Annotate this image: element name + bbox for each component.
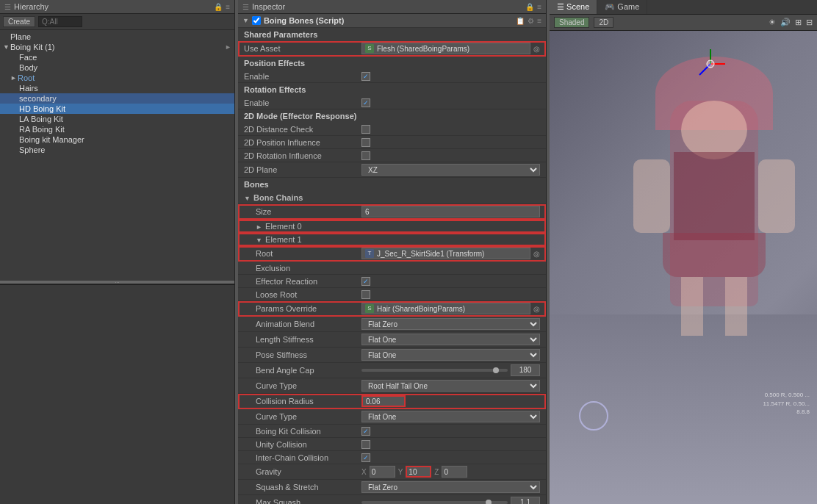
use-asset-label: Use Asset xyxy=(244,44,361,53)
bone-chains-arrow[interactable] xyxy=(244,195,251,202)
effector-reaction-checkbox[interactable] xyxy=(361,277,370,286)
curve-type-1-select[interactable]: Root Half Tail One xyxy=(361,380,540,392)
plane-label: 2D Plane xyxy=(244,165,361,174)
tree-item-face[interactable]: Face xyxy=(0,52,234,62)
curve-type-2-label: Curve Type xyxy=(244,412,361,421)
toolbar-icon-grid1[interactable]: ⊞ xyxy=(795,18,802,27)
distance-check-checkbox[interactable] xyxy=(361,125,370,134)
loose-root-value xyxy=(361,290,540,299)
length-stiffness-select[interactable]: Flat One xyxy=(361,334,540,345)
inspector-panel: ☰ Inspector 🔒 ≡ ▼ Boing Bones (Script) 📋… xyxy=(238,0,547,504)
max-squash-thumb[interactable] xyxy=(486,500,492,504)
tab-game[interactable]: 🎮 Game xyxy=(597,0,647,14)
element1-arrow[interactable]: ▼ xyxy=(256,237,263,244)
tree-item-boing-manager[interactable]: Boing kit Manager xyxy=(0,134,234,145)
rotation-enable-checkbox[interactable] xyxy=(361,98,370,107)
plane-select[interactable]: XZ xyxy=(361,164,540,176)
tree-item-hairs[interactable]: Hairs xyxy=(0,83,234,93)
tree-item-ra-boing[interactable]: RA Boing Kit xyxy=(0,124,234,134)
toolbar-icon-sun[interactable]: ☀ xyxy=(769,18,776,27)
size-row: Size xyxy=(238,204,546,220)
rotation-influence-checkbox[interactable] xyxy=(361,151,370,160)
hierarchy-search[interactable] xyxy=(38,16,82,27)
component-enable-checkbox[interactable] xyxy=(252,16,261,25)
toolbar-icon-speaker[interactable]: 🔊 xyxy=(780,18,791,27)
position-influence-checkbox[interactable] xyxy=(361,138,370,147)
shaded-btn[interactable]: Shaded xyxy=(554,17,589,28)
rotation-enable-label: Enable xyxy=(244,98,361,107)
params-override-pick-btn[interactable]: ◎ xyxy=(533,305,540,313)
tree-item-la-boing[interactable]: LA Boing Kit xyxy=(0,114,234,124)
params-override-row: Params Override S Hair (SharedBoingParam… xyxy=(238,301,546,317)
tree-item-plane[interactable]: Plane xyxy=(0,32,234,42)
animation-blend-select[interactable]: Flat Zero xyxy=(361,318,540,330)
pose-stiffness-label: Pose Stiffness xyxy=(244,350,361,359)
curve-type-2-select[interactable]: Flat One xyxy=(361,411,540,422)
sphere-wireframe xyxy=(579,401,608,431)
hierarchy-bottom xyxy=(0,284,234,504)
tree-item-sphere[interactable]: Sphere xyxy=(0,145,234,155)
params-override-field[interactable]: S Hair (SharedBoingParams) xyxy=(361,303,530,314)
tree-item-body[interactable]: Body xyxy=(0,62,234,73)
inter-chain-checkbox[interactable] xyxy=(361,453,370,462)
tree-item-secondary[interactable]: secondary xyxy=(0,93,234,104)
use-asset-field[interactable]: S Flesh (SharedBoingParams) xyxy=(361,43,530,54)
toolbar-icon-grid2[interactable]: ⊟ xyxy=(806,18,813,27)
secondary-label: secondary xyxy=(19,94,57,103)
unity-collision-checkbox[interactable] xyxy=(361,440,370,449)
hierarchy-panel: ☰ Hierarchy 🔒 ≡ Create Plane Boing Kit (… xyxy=(0,0,235,504)
root-pick-btn[interactable]: ◎ xyxy=(533,250,540,258)
gravity-x-label: X xyxy=(361,468,367,476)
unity-collision-value xyxy=(361,440,540,449)
root-field[interactable]: T J_Sec_R_SkirtSide1 (Transform) xyxy=(361,248,530,259)
gravity-xyz: X Y Z xyxy=(361,466,540,478)
animation-blend-label: Animation Blend xyxy=(244,320,361,328)
mode-2d-btn[interactable]: 2D xyxy=(594,17,613,28)
params-override-label: Params Override xyxy=(244,304,361,313)
gravity-z-input[interactable] xyxy=(442,466,467,478)
position-influence-value xyxy=(361,138,540,147)
plane-label: Plane xyxy=(10,32,31,41)
sphere-label: Sphere xyxy=(19,145,45,154)
bend-angle-label: Bend Angle Cap xyxy=(244,366,361,375)
collision-radius-input[interactable] xyxy=(361,395,406,407)
tree-item-boingkit[interactable]: Boing Kit (1) ► xyxy=(0,42,234,52)
boingkit-label: Boing Kit (1) xyxy=(10,43,55,51)
squash-stretch-row: Squash & Stretch Flat Zero xyxy=(238,480,546,495)
gravity-y-input[interactable] xyxy=(406,466,431,478)
position-enable-checkbox[interactable] xyxy=(361,72,370,81)
scene-panel: ☰ Scene 🎮 Game Shaded 2D ☀ 🔊 ⊞ ⊟ xyxy=(550,0,817,504)
hierarchy-menu-icon: ≡ xyxy=(226,3,230,11)
gravity-z-label: Z xyxy=(434,468,439,476)
use-asset-pick-btn[interactable]: ◎ xyxy=(533,45,540,53)
squash-stretch-select[interactable]: Flat Zero xyxy=(361,481,540,493)
pose-stiffness-select[interactable]: Flat One xyxy=(361,349,540,361)
create-button[interactable]: Create xyxy=(3,16,35,27)
length-stiffness-value: Flat One xyxy=(361,334,540,345)
gravity-row: Gravity X Y Z xyxy=(238,464,546,480)
exclusion-label: Exclusion xyxy=(244,264,361,273)
tree-item-hd-boing[interactable]: HD Boing Kit xyxy=(0,104,234,114)
bend-angle-thumb[interactable] xyxy=(493,367,499,373)
plane-value: XZ xyxy=(361,164,540,176)
tab-scene[interactable]: ☰ Scene xyxy=(550,0,597,14)
hd-boing-label: HD Boing Kit xyxy=(19,104,65,113)
size-input[interactable] xyxy=(361,206,540,217)
max-squash-track[interactable] xyxy=(361,501,508,504)
exclusion-row: Exclusion xyxy=(238,262,546,275)
gravity-x-input[interactable] xyxy=(370,466,395,478)
scene-tab-icon: ☰ xyxy=(557,2,566,11)
collision-radius-value xyxy=(361,395,540,407)
element1-label: ▼ Element 1 xyxy=(244,235,361,244)
boing-kit-collision-checkbox[interactable] xyxy=(361,427,370,436)
bend-angle-track[interactable] xyxy=(361,369,508,372)
bend-angle-value: 180 xyxy=(361,364,540,376)
loose-root-label: Loose Root xyxy=(244,290,361,299)
element0-arrow[interactable]: ► xyxy=(256,223,263,231)
collision-radius-row: Collision Radius xyxy=(238,394,546,409)
mode-2d-title: 2D Mode (Effector Response) xyxy=(238,109,546,123)
scene-tab-label: Scene xyxy=(566,2,589,11)
tree-item-root[interactable]: Root xyxy=(0,73,234,83)
max-squash-label: Max Squash xyxy=(244,498,361,504)
loose-root-checkbox[interactable] xyxy=(361,290,370,299)
